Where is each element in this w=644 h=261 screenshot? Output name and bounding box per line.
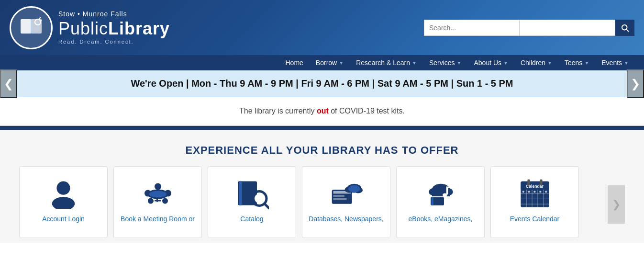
cards-container: Account Login	[19, 166, 625, 243]
about-dropdown-arrow: ▼	[503, 60, 508, 66]
svg-point-55	[522, 191, 524, 193]
svg-point-16	[162, 198, 168, 204]
svg-point-59	[545, 191, 547, 193]
ebooks-icon	[424, 176, 457, 210]
services-dropdown-arrow: ▼	[457, 60, 462, 66]
svg-point-5	[41, 20, 42, 21]
svg-point-56	[528, 191, 530, 193]
logo-icon	[10, 6, 53, 49]
nav-bar: Home Borrow ▼ Research & Learn ▼ Service…	[0, 55, 644, 70]
svg-point-12	[155, 183, 161, 190]
cards-scroll-right-button[interactable]: ❯	[608, 185, 625, 224]
svg-point-58	[539, 191, 541, 193]
nav-borrow[interactable]: Borrow ▼	[310, 55, 349, 70]
hours-section: ❮ We're Open | Mon - Thu 9 AM - 9 PM | F…	[0, 70, 644, 97]
library-tagline: Read. Dream. Connect.	[58, 39, 170, 45]
library-name-main: PublicLibrary	[58, 18, 170, 39]
nav-children[interactable]: Children ▼	[515, 55, 558, 70]
svg-point-38	[443, 193, 447, 196]
search-extra-field	[520, 20, 615, 36]
children-dropdown-arrow: ▼	[547, 60, 552, 66]
svg-rect-21	[239, 182, 242, 205]
experience-section: EXPERIENCE ALL YOUR LIBRARY HAS TO OFFER…	[0, 130, 644, 243]
search-button[interactable]	[615, 20, 634, 36]
svg-line-8	[626, 29, 628, 31]
card-events-calendar[interactable]: Calendar	[490, 166, 579, 238]
covid-out-word: out	[317, 107, 329, 115]
card-catalog-label: Catalog	[240, 215, 263, 224]
svg-rect-37	[446, 186, 448, 194]
experience-title: EXPERIENCE ALL YOUR LIBRARY HAS TO OFFER	[19, 139, 625, 166]
events-dropdown-arrow: ▼	[624, 60, 629, 66]
meeting-room-icon	[141, 176, 175, 210]
nav-events[interactable]: Events ▼	[596, 55, 634, 70]
teens-dropdown-arrow: ▼	[584, 60, 589, 66]
card-ebooks[interactable]: eBooks, eMagazines,	[396, 166, 485, 238]
carousel-left-button[interactable]: ❮	[0, 69, 17, 98]
card-account-login-label: Account Login	[42, 215, 85, 224]
catalog-icon	[235, 176, 269, 210]
card-meeting-room[interactable]: Book a Meeting Room or	[113, 166, 202, 238]
svg-point-17	[149, 191, 167, 197]
svg-rect-39	[448, 186, 454, 188]
nav-teens[interactable]: Teens ▼	[559, 55, 595, 70]
svg-point-9	[56, 181, 70, 194]
carousel-right-button[interactable]: ❯	[627, 69, 644, 98]
header-right	[424, 20, 634, 36]
card-account-login[interactable]: Account Login	[19, 166, 108, 238]
covid-prefix: The library is currently	[239, 107, 317, 115]
covid-notice: The library is currently out of COVID-19…	[0, 97, 644, 126]
svg-point-10	[52, 197, 75, 209]
borrow-dropdown-arrow: ▼	[339, 60, 344, 66]
svg-rect-47	[540, 179, 542, 185]
nav-research-learn[interactable]: Research & Learn ▼	[350, 55, 422, 70]
svg-rect-0	[21, 19, 31, 34]
cards-row: Account Login	[19, 166, 625, 243]
card-catalog[interactable]: Catalog	[208, 166, 296, 238]
header: Stow • Munroe Falls PublicLibrary Read. …	[0, 0, 644, 55]
logo-text: Stow • Munroe Falls PublicLibrary Read. …	[58, 10, 170, 45]
databases-icon	[330, 176, 363, 210]
logo-area: Stow • Munroe Falls PublicLibrary Read. …	[10, 6, 170, 49]
covid-suffix: of COVID-19 test kits.	[329, 107, 405, 115]
dark-divider	[0, 126, 644, 130]
card-databases[interactable]: Databases, Newspapers,	[302, 166, 390, 238]
svg-rect-46	[527, 179, 530, 185]
svg-point-57	[533, 191, 535, 193]
svg-rect-19	[155, 200, 161, 201]
account-login-icon	[47, 176, 80, 210]
card-databases-label: Databases, Newspapers,	[309, 215, 383, 224]
svg-point-4	[39, 17, 41, 19]
svg-rect-41	[431, 197, 433, 205]
search-icon	[621, 23, 629, 32]
card-events-calendar-label: Events Calendar	[510, 215, 560, 224]
search-input[interactable]	[424, 20, 520, 36]
svg-point-23	[255, 194, 264, 204]
svg-rect-1	[31, 19, 42, 34]
nav-about-us[interactable]: About Us ▼	[468, 55, 514, 70]
card-ebooks-label: eBooks, eMagazines,	[409, 215, 473, 224]
nav-home[interactable]: Home	[280, 55, 309, 70]
svg-line-24	[265, 204, 269, 208]
svg-rect-28	[333, 198, 346, 200]
svg-point-6	[40, 17, 41, 18]
research-dropdown-arrow: ▼	[412, 60, 417, 66]
search-bar	[424, 20, 634, 36]
card-meeting-room-label: Book a Meeting Room or	[121, 215, 195, 224]
hours-text: We're Open | Mon - Thu 9 AM - 9 PM | Fri…	[10, 78, 634, 89]
nav-services[interactable]: Services ▼	[423, 55, 467, 70]
svg-point-15	[148, 198, 154, 204]
hours-banner: We're Open | Mon - Thu 9 AM - 9 PM | Fri…	[0, 70, 644, 97]
library-name-top: Stow • Munroe Falls	[58, 10, 170, 18]
events-calendar-icon: Calendar	[518, 176, 552, 210]
svg-point-32	[348, 185, 360, 193]
svg-rect-27	[333, 195, 344, 197]
